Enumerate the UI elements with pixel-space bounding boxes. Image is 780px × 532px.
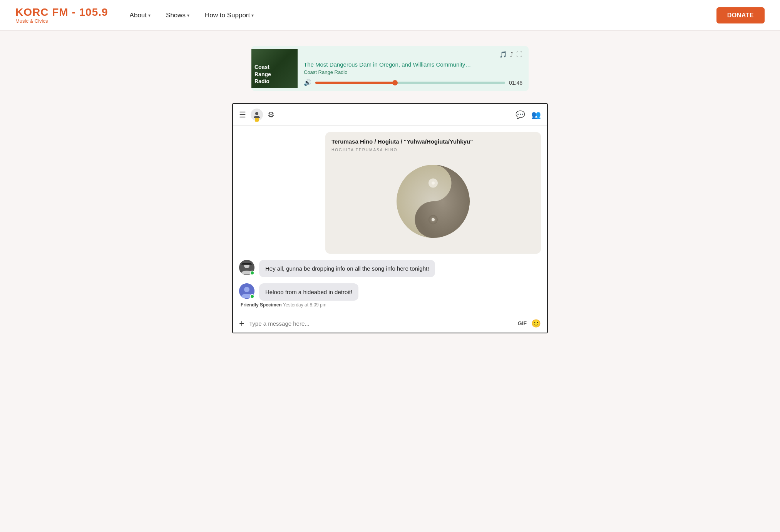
chevron-down-icon: ▾ xyxy=(148,13,151,18)
progress-handle[interactable] xyxy=(392,80,398,85)
people-icon[interactable]: 👥 xyxy=(531,110,541,119)
message-avatar-2 xyxy=(239,283,254,299)
spotify-icon[interactable]: 🎵 xyxy=(499,51,507,58)
yin-yang-svg xyxy=(395,163,472,240)
svg-point-0 xyxy=(255,112,258,115)
chat-message-1: Hey all, gunna be dropping info on all t… xyxy=(239,260,541,277)
message-avatar-1 xyxy=(239,260,254,275)
message-text-1: Hey all, gunna be dropping info on all t… xyxy=(259,260,435,277)
chat-message-input[interactable] xyxy=(249,320,513,327)
message-meta-2: Friendly Specimen Yesterday at 8:09 pm xyxy=(239,302,541,308)
nav-how-to-support[interactable]: How to Support ▾ xyxy=(199,8,260,22)
main-content: CoastRangeRadio 🎵 ⤴ ⛶ The Most Dangerous… xyxy=(217,31,563,349)
audio-thumbnail: CoastRangeRadio xyxy=(251,49,298,88)
message-time-2: Yesterday at 8:09 pm xyxy=(283,302,326,308)
chat-message-2-wrapper: Helooo from a hideabed in detroit! Frien… xyxy=(239,283,541,308)
gif-button[interactable]: GIF xyxy=(518,320,527,326)
yin-yang-image xyxy=(331,155,535,248)
nav-about[interactable]: About ▾ xyxy=(124,8,157,22)
svg-rect-9 xyxy=(241,264,252,265)
nav-shows[interactable]: Shows ▾ xyxy=(160,8,196,22)
donate-button[interactable]: DONATE xyxy=(716,7,765,23)
svg-point-11 xyxy=(244,287,249,292)
hamburger-menu-icon[interactable]: ☰ xyxy=(239,110,246,119)
online-indicator-2 xyxy=(250,294,254,299)
nav-shows-label: Shows xyxy=(166,12,186,19)
chat-header-left: ☰ ⚙ xyxy=(239,109,275,121)
chevron-down-icon: ▾ xyxy=(187,13,189,18)
site-logo[interactable]: KORC FM - 105.9 Music & Civics xyxy=(15,7,108,23)
chat-user-avatar[interactable] xyxy=(251,109,263,121)
chevron-down-icon: ▾ xyxy=(251,13,254,18)
chat-panel: ☰ ⚙ 💬 👥 Terumasa Hino / Hogiuta / "Yu xyxy=(232,103,548,333)
share-icon[interactable]: ⤴ xyxy=(510,51,513,58)
song-album-label: HOGIUTA TERUMASA HINO xyxy=(331,148,535,152)
chat-header: ☰ ⚙ 💬 👥 xyxy=(233,104,547,126)
chat-message-2: Helooo from a hideabed in detroit! xyxy=(239,283,541,301)
audio-time: 01:46 xyxy=(509,80,522,86)
nav-about-label: About xyxy=(130,12,147,19)
audio-show: Coast Range Radio xyxy=(304,69,522,75)
svg-point-4 xyxy=(432,182,435,185)
audio-icons-row: 🎵 ⤴ ⛶ xyxy=(304,51,522,58)
main-nav: About ▾ Shows ▾ How to Support ▾ xyxy=(124,8,701,22)
chat-input-row: + GIF 🙂 xyxy=(233,314,547,333)
online-indicator-1 xyxy=(250,271,254,275)
emoji-button[interactable]: 🙂 xyxy=(531,319,541,328)
person-icon xyxy=(253,111,261,119)
nav-support-label: How to Support xyxy=(205,12,250,19)
chat-header-right: 💬 👥 xyxy=(516,110,541,119)
avatar-status-indicator xyxy=(255,118,259,122)
site-header: KORC FM - 105.9 Music & Civics About ▾ S… xyxy=(0,0,780,31)
logo-title: KORC FM - 105.9 xyxy=(15,7,108,18)
audio-controls: 🔊 01:46 xyxy=(304,79,522,86)
chat-body: Terumasa Hino / Hogiuta / "Yuhwa/Hogiuta… xyxy=(233,126,547,314)
message-content-2-wrapper: Helooo from a hideabed in detroit! xyxy=(259,283,358,301)
message-text-2: Helooo from a hideabed in detroit! xyxy=(259,283,358,301)
audio-player: CoastRangeRadio 🎵 ⤴ ⛶ The Most Dangerous… xyxy=(251,46,529,91)
logo-subtitle: Music & Civics xyxy=(15,18,108,23)
message-user-2: Friendly Specimen xyxy=(241,302,282,308)
thumbnail-text: CoastRangeRadio xyxy=(254,64,271,85)
chat-add-button[interactable]: + xyxy=(239,319,244,328)
message-content-1: Hey all, gunna be dropping info on all t… xyxy=(259,260,435,277)
svg-point-5 xyxy=(432,218,435,221)
settings-icon[interactable]: ⚙ xyxy=(268,110,275,119)
audio-info: 🎵 ⤴ ⛶ The Most Dangerous Dam in Oregon, … xyxy=(298,46,529,91)
audio-title: The Most Dangerous Dam in Oregon, and Wi… xyxy=(304,61,522,68)
expand-icon[interactable]: ⛶ xyxy=(516,51,522,58)
volume-icon[interactable]: 🔊 xyxy=(304,79,311,86)
chat-bubble-icon[interactable]: 💬 xyxy=(516,110,525,119)
song-title: Terumasa Hino / Hogiuta / "Yuhwa/Hogiuta… xyxy=(331,138,535,145)
song-card: Terumasa Hino / Hogiuta / "Yuhwa/Hogiuta… xyxy=(325,132,541,254)
progress-bar[interactable] xyxy=(315,82,505,84)
